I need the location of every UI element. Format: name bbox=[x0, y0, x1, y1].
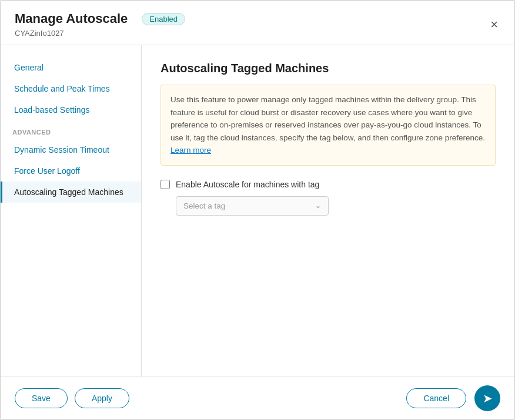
modal-body: General Schedule and Peak Times Load-bas… bbox=[1, 45, 514, 377]
cancel-button[interactable]: Cancel bbox=[406, 388, 466, 408]
checkbox-label[interactable]: Enable Autoscale for machines with tag bbox=[176, 180, 319, 189]
close-button[interactable]: × bbox=[488, 16, 500, 33]
tag-select-dropdown[interactable]: Select a tag ⌄ bbox=[176, 196, 329, 216]
advanced-section-label: ADVANCED bbox=[1, 120, 141, 139]
apply-button[interactable]: Apply bbox=[75, 388, 129, 408]
navigate-button[interactable]: ➤ bbox=[474, 385, 500, 411]
enable-autoscale-checkbox[interactable] bbox=[160, 180, 170, 189]
content-area: Autoscaling Tagged Machines Use this fea… bbox=[142, 45, 514, 377]
learn-more-link[interactable]: Learn more bbox=[170, 146, 211, 154]
modal-header: Manage Autoscale Enabled CYAZinfo1027 × bbox=[1, 1, 514, 45]
footer-right-buttons: Cancel ➤ bbox=[406, 385, 500, 411]
footer-left-buttons: Save Apply bbox=[15, 388, 129, 408]
modal-footer: Save Apply Cancel ➤ bbox=[1, 377, 514, 419]
tag-select-placeholder: Select a tag bbox=[183, 201, 225, 210]
sidebar-item-autoscaling-tagged-machines[interactable]: Autoscaling Tagged Machines bbox=[1, 182, 141, 203]
info-text: Use this feature to power manage only ta… bbox=[170, 95, 485, 142]
header-left: Manage Autoscale Enabled CYAZinfo1027 bbox=[15, 11, 488, 38]
sidebar-item-force-user-logoff[interactable]: Force User Logoff bbox=[1, 160, 141, 182]
checkbox-row: Enable Autoscale for machines with tag bbox=[160, 180, 496, 189]
manage-autoscale-modal: Manage Autoscale Enabled CYAZinfo1027 × … bbox=[0, 0, 515, 420]
sidebar-item-dynamic-session-timeout[interactable]: Dynamic Session Timeout bbox=[1, 139, 141, 160]
navigate-icon: ➤ bbox=[483, 391, 493, 405]
modal-title: Manage Autoscale bbox=[15, 11, 128, 26]
sidebar: General Schedule and Peak Times Load-bas… bbox=[1, 45, 142, 377]
header-title-row: Manage Autoscale Enabled bbox=[15, 11, 488, 26]
save-button[interactable]: Save bbox=[15, 388, 68, 408]
info-box: Use this feature to power manage only ta… bbox=[160, 85, 496, 166]
sidebar-item-general[interactable]: General bbox=[1, 57, 141, 78]
sidebar-item-load-based-settings[interactable]: Load-based Settings bbox=[1, 99, 141, 120]
sidebar-item-schedule-peak-times[interactable]: Schedule and Peak Times bbox=[1, 78, 141, 99]
content-title: Autoscaling Tagged Machines bbox=[160, 62, 496, 75]
status-badge: Enabled bbox=[142, 13, 185, 25]
modal-subtitle: CYAZinfo1027 bbox=[15, 29, 488, 38]
chevron-down-icon: ⌄ bbox=[315, 201, 321, 210]
